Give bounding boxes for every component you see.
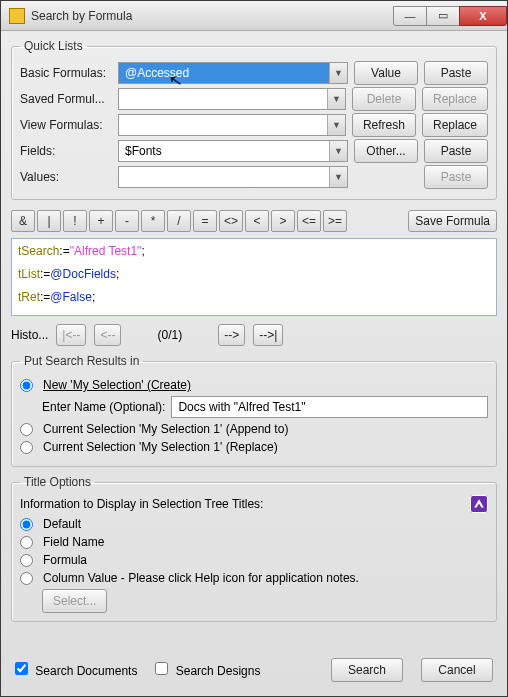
row-saved-formulas: Saved Formul... ▼ Delete Replace <box>20 87 488 111</box>
op-and[interactable]: & <box>11 210 35 232</box>
history-first-button: |<-- <box>56 324 86 346</box>
chevron-down-icon[interactable]: ▼ <box>329 167 347 187</box>
input-values[interactable] <box>119 167 329 187</box>
enter-name-label: Enter Name (Optional): <box>42 400 165 414</box>
op-div[interactable]: / <box>167 210 191 232</box>
op-ge[interactable]: >= <box>323 210 347 232</box>
label-fields: Fields: <box>20 144 112 158</box>
radio-append[interactable] <box>20 423 33 436</box>
history-next-button[interactable]: --> <box>218 324 245 346</box>
delete-button: Delete <box>352 87 416 111</box>
other-button[interactable]: Other... <box>354 139 418 163</box>
save-formula-button[interactable]: Save Formula <box>408 210 497 232</box>
radio-formula[interactable] <box>20 554 33 567</box>
close-button[interactable]: X <box>459 6 507 26</box>
input-fields[interactable] <box>119 141 329 161</box>
radio-column-label: Column Value - Please click Help icon fo… <box>43 571 359 585</box>
combo-view-formulas[interactable]: ▼ <box>118 114 346 136</box>
input-view-formulas[interactable] <box>119 115 327 135</box>
history-prev-button: <-- <box>94 324 121 346</box>
titlebar: Search by Formula — ▭ X <box>1 1 507 31</box>
op-ne[interactable]: <> <box>219 210 243 232</box>
replace-button-saved: Replace <box>422 87 488 111</box>
results-legend: Put Search Results in <box>20 354 143 368</box>
label-values: Values: <box>20 170 112 184</box>
title-options-info: Information to Display in Selection Tree… <box>20 497 488 511</box>
maximize-button[interactable]: ▭ <box>426 6 460 26</box>
radio-append-label: Current Selection 'My Selection 1' (Appe… <box>43 422 288 436</box>
window-title: Search by Formula <box>31 9 394 23</box>
op-not[interactable]: ! <box>63 210 87 232</box>
chevron-down-icon[interactable]: ▼ <box>327 115 345 135</box>
input-saved-formulas[interactable] <box>119 89 327 109</box>
history-label: Histo... <box>11 328 48 342</box>
search-documents-checkbox[interactable]: Search Documents <box>15 662 137 678</box>
results-group: Put Search Results in New 'My Selection'… <box>11 354 497 467</box>
chevron-down-icon[interactable]: ▼ <box>329 63 347 83</box>
enter-name-input[interactable] <box>171 396 488 418</box>
op-plus[interactable]: + <box>89 210 113 232</box>
radio-new-selection-label: New 'My Selection' (Create) <box>43 378 191 392</box>
help-icon[interactable] <box>470 495 488 513</box>
refresh-button[interactable]: Refresh <box>352 113 416 137</box>
replace-button-view[interactable]: Replace <box>422 113 488 137</box>
history-count: (0/1) <box>157 328 182 342</box>
radio-fieldname-label: Field Name <box>43 535 104 549</box>
label-view-formulas: View Formulas: <box>20 118 112 132</box>
operator-bar: & | ! + - * / = <> < > <= >= Save Formul… <box>11 210 497 232</box>
radio-replace-label: Current Selection 'My Selection 1' (Repl… <box>43 440 278 454</box>
paste-button-basic[interactable]: Paste <box>424 61 488 85</box>
chevron-down-icon[interactable]: ▼ <box>327 89 345 109</box>
combo-fields[interactable]: ▼ <box>118 140 348 162</box>
chevron-down-icon[interactable]: ▼ <box>329 141 347 161</box>
op-eq[interactable]: = <box>193 210 217 232</box>
search-button[interactable]: Search <box>331 658 403 682</box>
minimize-button[interactable]: — <box>393 6 427 26</box>
radio-fieldname[interactable] <box>20 536 33 549</box>
history-last-button[interactable]: -->| <box>253 324 283 346</box>
radio-formula-label: Formula <box>43 553 87 567</box>
value-button[interactable]: Value <box>354 61 418 85</box>
op-gt[interactable]: > <box>271 210 295 232</box>
row-fields: Fields: ▼ Other... Paste <box>20 139 488 163</box>
combo-saved-formulas[interactable]: ▼ <box>118 88 346 110</box>
radio-default-label: Default <box>43 517 81 531</box>
op-le[interactable]: <= <box>297 210 321 232</box>
label-basic-formulas: Basic Formulas: <box>20 66 112 80</box>
history-row: Histo... |<-- <-- (0/1) --> -->| <box>11 324 497 346</box>
paste-button-values: Paste <box>424 165 488 189</box>
title-options-legend: Title Options <box>20 475 95 489</box>
quick-lists-legend: Quick Lists <box>20 39 87 53</box>
quick-lists-group: Quick Lists Basic Formulas: ▼ Value Past… <box>11 39 497 200</box>
op-or[interactable]: | <box>37 210 61 232</box>
radio-new-selection[interactable] <box>20 379 33 392</box>
row-values: Values: ▼ Paste <box>20 165 488 189</box>
label-saved-formulas: Saved Formul... <box>20 92 112 106</box>
radio-default[interactable] <box>20 518 33 531</box>
footer: Search Documents Search Designs Search C… <box>11 650 497 686</box>
row-basic-formulas: Basic Formulas: ▼ Value Paste <box>20 61 488 85</box>
app-icon <box>9 8 25 24</box>
paste-button-fields[interactable]: Paste <box>424 139 488 163</box>
op-mul[interactable]: * <box>141 210 165 232</box>
radio-column[interactable] <box>20 572 33 585</box>
op-minus[interactable]: - <box>115 210 139 232</box>
search-designs-checkbox[interactable]: Search Designs <box>155 662 260 678</box>
cancel-button[interactable]: Cancel <box>421 658 493 682</box>
radio-replace[interactable] <box>20 441 33 454</box>
input-basic-formulas[interactable] <box>119 63 329 83</box>
title-options-group: Title Options Information to Display in … <box>11 475 497 622</box>
combo-basic-formulas[interactable]: ▼ <box>118 62 348 84</box>
formula-editor[interactable]: tSearch:="Alfred Test1"; tList:=@DocFiel… <box>11 238 497 316</box>
combo-values[interactable]: ▼ <box>118 166 348 188</box>
op-lt[interactable]: < <box>245 210 269 232</box>
select-button: Select... <box>42 589 107 613</box>
row-view-formulas: View Formulas: ▼ Refresh Replace <box>20 113 488 137</box>
